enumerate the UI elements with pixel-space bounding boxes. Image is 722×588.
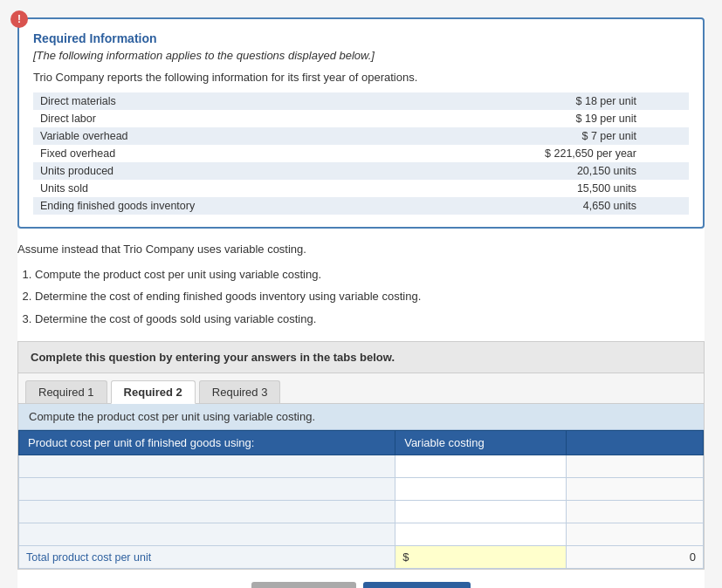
col2-header: Variable costing	[395, 431, 567, 455]
info-row-label: Units sold	[33, 180, 379, 197]
tab-3[interactable]: Required 3	[199, 380, 281, 403]
info-table-row: Ending finished goods inventory4,650 uni…	[33, 197, 689, 215]
tabs-container: Required 1Required 2Required 3 Compute t…	[17, 373, 705, 570]
tab-1[interactable]: Required 1	[25, 380, 107, 403]
product-row-col1[interactable]	[19, 478, 395, 501]
info-row-value: $ 19 per unit	[379, 110, 689, 127]
info-box-subtitle: [The following information applies to th…	[33, 49, 689, 62]
product-row-col2[interactable]	[395, 478, 567, 501]
product-row-col1[interactable]	[19, 523, 395, 546]
prev-button[interactable]: ‹ Required 1	[251, 582, 356, 588]
instruction-text: Complete this question by entering your …	[31, 351, 395, 364]
info-row-label: Ending finished goods inventory	[33, 197, 379, 215]
col1-header: Product cost per unit of finished goods …	[19, 431, 395, 455]
info-row-value: $ 18 per unit	[379, 92, 689, 110]
tabs-row: Required 1Required 2Required 3	[18, 373, 704, 404]
product-row-col3	[567, 478, 704, 501]
task-item-1: Compute the product cost per unit using …	[35, 264, 705, 284]
nav-buttons: ‹ Required 1 Required 2 ›	[17, 570, 705, 588]
info-row-value: 20,150 units	[379, 162, 689, 180]
info-row-label: Direct materials	[33, 92, 379, 110]
info-table-row: Direct materials$ 18 per unit	[33, 92, 689, 110]
task-item-3: Determine the cost of goods sold using v…	[35, 309, 705, 329]
col3-header	[567, 431, 704, 455]
product-row-col2[interactable]	[395, 501, 567, 523]
body-content: Assume instead that Trio Company uses va…	[17, 243, 705, 329]
assume-text: Assume instead that Trio Company uses va…	[17, 243, 705, 256]
info-row-label: Fixed overhead	[33, 145, 379, 162]
info-row-label: Units produced	[33, 162, 379, 180]
info-box-title: Required Information	[33, 31, 689, 45]
info-row-label: Variable overhead	[33, 127, 379, 145]
product-row-col1[interactable]	[19, 501, 395, 523]
info-row-value: $ 7 per unit	[379, 127, 689, 145]
info-table-row: Direct labor$ 19 per unit	[33, 110, 689, 127]
next-button[interactable]: Required 2 ›	[363, 582, 471, 588]
info-box: ! Required Information [The following in…	[17, 17, 705, 229]
total-dollar-cell: $	[395, 546, 567, 569]
product-row-col2[interactable]	[395, 455, 567, 478]
product-table-row	[19, 478, 704, 501]
info-row-label: Direct labor	[33, 110, 379, 127]
info-row-value: $ 221,650 per year	[379, 145, 689, 162]
tab-2[interactable]: Required 2	[111, 380, 196, 404]
info-table-row: Units sold15,500 units	[33, 180, 689, 197]
alert-icon: !	[10, 10, 28, 28]
instruction-box: Complete this question by entering your …	[17, 341, 705, 373]
tab-description: Compute the product cost per unit using …	[18, 404, 704, 430]
total-value: 0	[690, 550, 696, 564]
product-table-row	[19, 523, 704, 546]
info-table-row: Variable overhead$ 7 per unit	[33, 127, 689, 145]
info-row-value: 4,650 units	[379, 197, 689, 215]
total-label: Total product cost per unit	[19, 546, 395, 569]
product-row-col1[interactable]	[19, 455, 395, 478]
total-dollar-sign: $	[402, 550, 409, 564]
info-box-intro: Trio Company reports the following infor…	[33, 71, 689, 84]
task-item-2: Determine the cost of ending finished go…	[35, 286, 705, 306]
product-row-col3	[567, 523, 704, 546]
tab-content: Compute the product cost per unit using …	[18, 404, 704, 569]
product-table-row	[19, 501, 704, 523]
info-table-row: Fixed overhead$ 221,650 per year	[33, 145, 689, 162]
info-row-value: 15,500 units	[379, 180, 689, 197]
main-container: ! Required Information [The following in…	[17, 17, 705, 588]
product-row-col3	[567, 501, 704, 523]
product-row-col2[interactable]	[395, 523, 567, 546]
product-table-row	[19, 455, 704, 478]
task-list: Compute the product cost per unit using …	[35, 264, 705, 329]
total-value-cell: 0	[567, 546, 704, 569]
info-table-row: Units produced20,150 units	[33, 162, 689, 180]
info-table: Direct materials$ 18 per unitDirect labo…	[33, 92, 689, 215]
product-table: Product cost per unit of finished goods …	[18, 430, 704, 569]
product-row-col3	[567, 455, 704, 478]
